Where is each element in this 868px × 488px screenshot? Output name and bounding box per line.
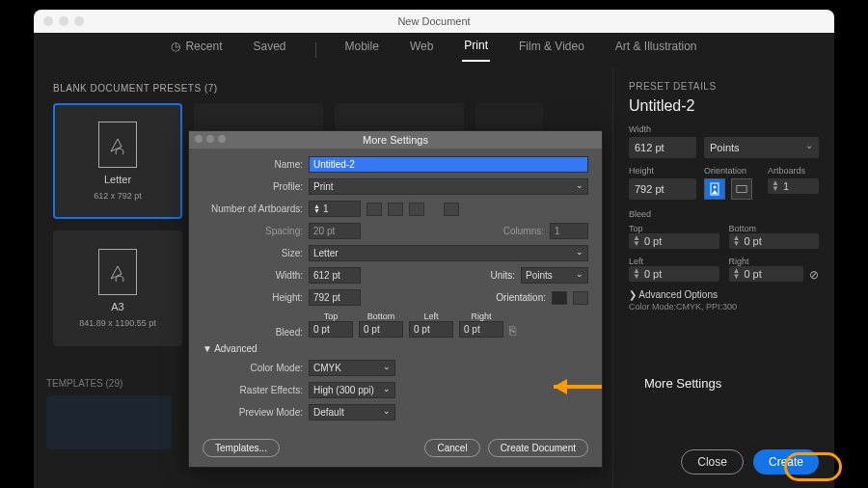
- preset-name: A3: [111, 301, 123, 312]
- artboards-label: Artboards: [768, 166, 819, 176]
- width-label: Width: [629, 124, 696, 134]
- annotation-more-settings: More Settings: [644, 376, 721, 391]
- details-header: PRESET DETAILS: [629, 81, 819, 92]
- presets-label: BLANK DOCUMENT PRESETS (7): [53, 83, 593, 94]
- profile-select[interactable]: Print: [309, 178, 588, 195]
- color-mode-label: Color Mode:: [203, 363, 303, 373]
- bleed-top-input[interactable]: ▲▼0 pt: [629, 233, 719, 249]
- units-label: Units:: [490, 270, 515, 281]
- orientation-label: Orientation:: [496, 292, 546, 303]
- row-layout-icon[interactable]: [388, 203, 403, 216]
- create-button[interactable]: Create: [753, 449, 819, 474]
- bleed-bottom[interactable]: 0 pt: [359, 321, 403, 338]
- window-title: New Document: [34, 15, 834, 27]
- artboards-label: Number of Artboards:: [203, 203, 303, 214]
- tab-art[interactable]: Art & Illustration: [613, 40, 699, 61]
- arrow-icon[interactable]: [444, 203, 459, 216]
- template-thumbnail[interactable]: [46, 395, 172, 449]
- grid-layout-icon[interactable]: [366, 203, 382, 216]
- close-button[interactable]: Close: [681, 449, 744, 474]
- height-input[interactable]: 792 pt: [629, 178, 696, 200]
- raster-label: Raster Effects:: [203, 385, 303, 395]
- category-tabs: ◷Recent Saved Mobile Web Print Film & Vi…: [34, 33, 834, 68]
- advanced-options-toggle[interactable]: ❯ Advanced Options: [629, 289, 819, 300]
- columns-input: 1: [550, 223, 588, 239]
- units-select[interactable]: Points: [521, 267, 588, 284]
- svg-rect-2: [737, 186, 746, 193]
- columns-label: Columns:: [503, 226, 544, 236]
- artboards-stepper[interactable]: ▲▼1: [768, 178, 819, 194]
- preset-name: Letter: [104, 174, 131, 185]
- color-mode-meta: Color Mode:CMYK, PPI:300: [629, 302, 819, 312]
- page-icon: [98, 122, 137, 168]
- artboards-input[interactable]: ▲▼1: [309, 201, 361, 217]
- traffic-lights: [43, 16, 84, 26]
- tab-mobile[interactable]: Mobile: [343, 40, 381, 61]
- orientation-landscape-button[interactable]: [731, 178, 752, 200]
- bleed-left[interactable]: 0 pt: [409, 321, 453, 338]
- create-document-button[interactable]: Create Document: [488, 439, 588, 457]
- tab-saved[interactable]: Saved: [251, 40, 287, 61]
- link-bleed-icon[interactable]: ⎘: [509, 324, 516, 338]
- orientation-portrait-button[interactable]: [704, 178, 725, 200]
- size-select[interactable]: Letter: [309, 245, 588, 261]
- height-label: Height:: [203, 292, 303, 303]
- name-input[interactable]: [309, 156, 588, 173]
- bleed-label: Bleed: [629, 209, 651, 219]
- col-layout-icon[interactable]: [409, 203, 424, 216]
- link-icon[interactable]: ⊘: [809, 268, 819, 282]
- bleed-right[interactable]: 0 pt: [459, 321, 503, 338]
- clock-icon: ◷: [171, 40, 180, 53]
- preset-letter[interactable]: Letter 612 x 792 pt: [53, 103, 182, 219]
- more-settings-dialog: More Settings Name: Profile:Print Number…: [188, 130, 603, 468]
- bleed-right-input[interactable]: ▲▼0 pt: [729, 266, 804, 282]
- width-input[interactable]: 612 pt: [629, 137, 696, 158]
- tab-print[interactable]: Print: [462, 39, 490, 62]
- tab-divider: [315, 42, 316, 58]
- dialog-title: More Settings: [189, 131, 602, 149]
- color-mode-select[interactable]: CMYK: [309, 360, 395, 376]
- bleed-left-input[interactable]: ▲▼0 pt: [629, 266, 719, 282]
- bleed-bottom-input[interactable]: ▲▼0 pt: [729, 233, 820, 249]
- orientation-landscape-icon[interactable]: [573, 291, 588, 305]
- preset-a3[interactable]: A3 841.89 x 1190.55 pt: [53, 230, 182, 346]
- document-name[interactable]: Untitled-2: [629, 97, 819, 115]
- cancel-button[interactable]: Cancel: [424, 439, 479, 457]
- width-label: Width:: [203, 270, 303, 281]
- titlebar: New Document: [34, 10, 834, 33]
- tab-film[interactable]: Film & Video: [517, 40, 586, 61]
- preset-dimensions: 841.89 x 1190.55 pt: [79, 318, 156, 328]
- spacing-input: 20 pt: [309, 223, 361, 239]
- orientation-portrait-icon[interactable]: [552, 291, 567, 305]
- raster-select[interactable]: High (300 ppi): [309, 382, 395, 398]
- preset-dimensions: 612 x 792 pt: [94, 191, 142, 201]
- dialog-traffic-lights: [195, 135, 226, 143]
- tab-web[interactable]: Web: [408, 40, 435, 61]
- bleed-label: Bleed:: [203, 327, 303, 338]
- orientation-label: Orientation: [704, 166, 760, 176]
- spacing-label: Spacing:: [203, 226, 303, 236]
- profile-label: Profile:: [203, 181, 303, 192]
- templates-button[interactable]: Templates...: [203, 439, 280, 457]
- units-select[interactable]: Points: [704, 137, 819, 158]
- name-label: Name:: [203, 159, 303, 170]
- page-icon: [98, 249, 137, 295]
- svg-point-1: [714, 186, 717, 189]
- height-input[interactable]: 792 pt: [309, 289, 361, 306]
- size-label: Size:: [203, 248, 303, 258]
- preview-label: Preview Mode:: [203, 407, 303, 418]
- preview-select[interactable]: Default: [309, 404, 395, 420]
- bleed-top[interactable]: 0 pt: [309, 321, 353, 338]
- width-input[interactable]: 612 pt: [309, 267, 361, 284]
- tab-recent[interactable]: ◷Recent: [169, 40, 224, 61]
- advanced-section[interactable]: ▼ Advanced: [203, 343, 588, 354]
- height-label: Height: [629, 166, 696, 176]
- preset-details-panel: PRESET DETAILS Untitled-2 Width612 pt Po…: [612, 68, 834, 488]
- templates-label: TEMPLATES (29): [46, 378, 122, 389]
